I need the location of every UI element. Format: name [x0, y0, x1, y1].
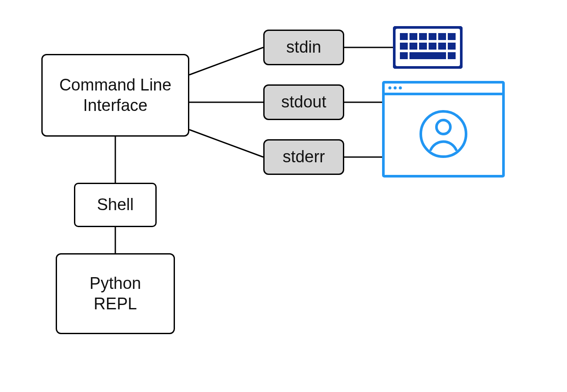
svg-rect-12	[448, 43, 456, 50]
svg-rect-9	[419, 43, 427, 50]
node-shell: Shell	[74, 183, 157, 227]
svg-point-19	[394, 87, 397, 90]
keyboard-icon	[393, 26, 463, 70]
svg-rect-8	[409, 43, 417, 50]
node-stdin-label: stdin	[286, 37, 321, 58]
node-repl: PythonREPL	[56, 253, 175, 334]
node-stdout-label: stdout	[281, 92, 326, 113]
svg-rect-7	[400, 43, 408, 50]
svg-rect-13	[400, 52, 408, 59]
svg-point-18	[389, 87, 392, 90]
diagram-canvas: Command LineInterface Shell PythonREPL s…	[0, 0, 567, 392]
node-stdin: stdin	[263, 30, 344, 65]
terminal-window-icon	[382, 81, 505, 179]
svg-rect-1	[400, 33, 408, 40]
svg-rect-2	[409, 33, 417, 40]
svg-rect-14	[409, 52, 446, 59]
svg-rect-6	[448, 33, 456, 40]
node-repl-label: PythonREPL	[90, 273, 141, 315]
svg-point-20	[399, 87, 402, 90]
svg-rect-15	[448, 52, 456, 59]
node-shell-label: Shell	[97, 194, 134, 215]
svg-rect-16	[383, 82, 503, 176]
edge-cli_right_top-stdin_left	[189, 47, 263, 75]
node-cli-label: Command LineInterface	[59, 75, 171, 116]
node-cli: Command LineInterface	[41, 54, 189, 137]
edge-cli_right_bot-stderr_left	[189, 130, 263, 157]
svg-point-22	[436, 120, 450, 134]
svg-rect-5	[438, 33, 446, 40]
node-stdout: stdout	[263, 84, 344, 120]
svg-rect-10	[429, 43, 436, 50]
svg-rect-4	[429, 33, 436, 40]
node-stderr-label: stderr	[282, 147, 325, 168]
node-stderr: stderr	[263, 139, 344, 175]
svg-rect-3	[419, 33, 427, 40]
svg-rect-11	[438, 43, 446, 50]
